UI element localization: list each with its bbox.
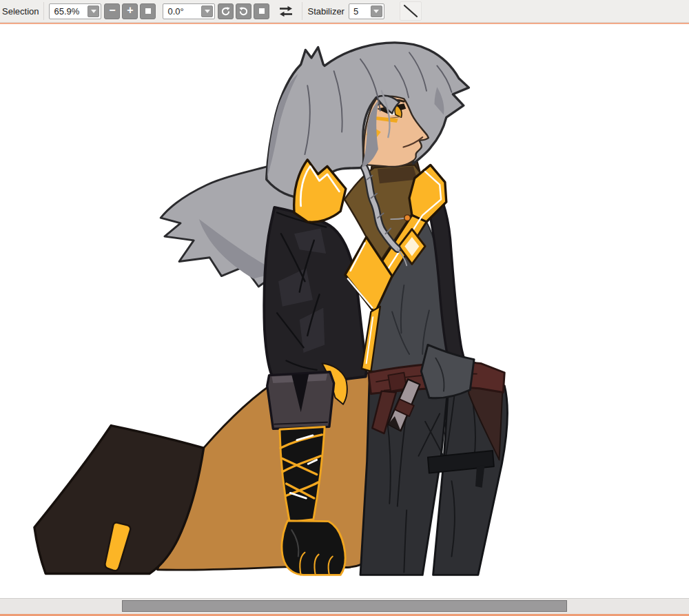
rotate-cw-button[interactable] — [236, 3, 251, 19]
scrollbar-thumb[interactable] — [122, 600, 567, 612]
tool-name-label: Selection — [2, 6, 39, 17]
chevron-down-icon — [91, 10, 96, 13]
brush-stroke-preview — [400, 1, 422, 21]
braid-tie — [404, 215, 411, 221]
stabilizer-dropdown-button[interactable] — [371, 6, 382, 17]
paint-app-window: Selection 65.9% − + 0.0° — [0, 0, 689, 616]
character-illustration — [34, 43, 508, 575]
top-toolbar: Selection 65.9% − + 0.0° — [0, 0, 689, 23]
chevron-down-icon — [373, 10, 379, 13]
flip-horizontal-button[interactable] — [278, 6, 294, 17]
stabilizer-value: 5 — [349, 6, 358, 17]
zoom-reset-button[interactable] — [140, 3, 156, 19]
stabilizer-label: Stabilizer — [307, 6, 344, 17]
chevron-down-icon — [205, 10, 210, 13]
plus-icon: + — [127, 5, 133, 16]
rotate-ccw-icon — [220, 6, 231, 17]
stabilizer-combobox[interactable]: 5 — [349, 3, 384, 19]
horizontal-scrollbar-track[interactable] — [0, 598, 689, 614]
zoom-level-value: 65.9% — [50, 6, 79, 17]
rotation-reset-button[interactable] — [254, 3, 269, 19]
square-icon — [145, 8, 151, 14]
canvas-artwork[interactable] — [0, 24, 689, 598]
zoom-out-button[interactable]: − — [104, 3, 120, 19]
zoom-level-combobox[interactable]: 65.9% — [49, 3, 101, 19]
rotate-cw-icon — [238, 6, 249, 17]
diagonal-stroke-icon — [402, 3, 420, 19]
minus-icon: − — [109, 5, 115, 16]
zoom-in-button[interactable]: + — [122, 3, 138, 19]
glove — [282, 521, 345, 575]
canvas-area[interactable] — [0, 24, 689, 598]
shirt-tail — [421, 345, 474, 398]
rotation-dropdown-button[interactable] — [201, 6, 213, 17]
square-icon — [259, 8, 265, 14]
rotation-combobox[interactable]: 0.0° — [163, 3, 215, 19]
zoom-dropdown-button[interactable] — [88, 6, 99, 17]
rotate-ccw-button[interactable] — [218, 3, 234, 19]
toolbar-separator — [302, 2, 302, 20]
jacket-left-panel — [264, 207, 367, 382]
toolbar-separator — [43, 2, 44, 20]
rotation-value: 0.0° — [163, 6, 183, 17]
flip-horizontal-icon — [278, 6, 294, 17]
